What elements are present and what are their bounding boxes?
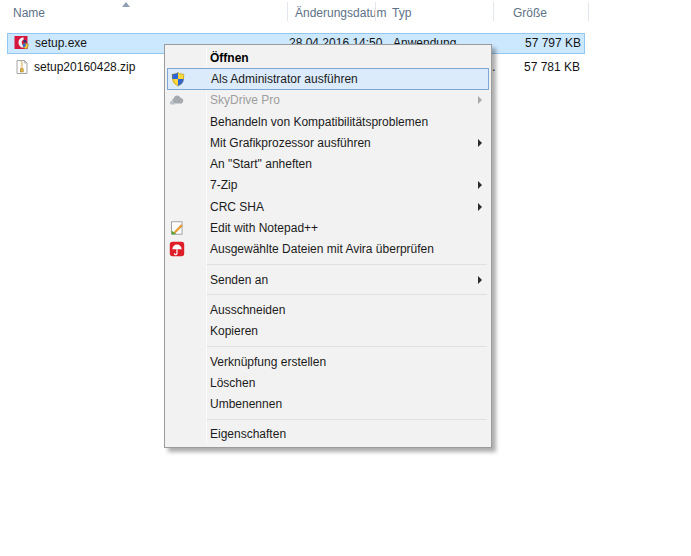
- menu-item-7-zip[interactable]: 7-Zip: [165, 175, 491, 196]
- menu-item-label: An "Start" anheften: [210, 157, 312, 171]
- menu-item-eigenschaften[interactable]: Eigenschaften: [165, 424, 491, 445]
- menu-item-label: Mit Grafikprozessor ausführen: [210, 136, 371, 150]
- menu-item-label: Edit with Notepad++: [210, 221, 318, 235]
- menu-item-an-start-anheften[interactable]: An "Start" anheften: [165, 153, 491, 174]
- menu-item-l-schen[interactable]: Löschen: [165, 372, 491, 393]
- file-name: setup20160428.zip: [34, 57, 135, 78]
- menu-item-label: Verknüpfung erstellen: [210, 355, 326, 369]
- menu-item-ausgew-hlte-dateien-mit-avira-berpr-fen[interactable]: Ausgewählte Dateien mit Avira überprüfen: [165, 239, 491, 260]
- submenu-arrow-icon: [478, 139, 482, 147]
- menu-item-label: Ausgewählte Dateien mit Avira überprüfen: [210, 242, 434, 256]
- menu-separator: [165, 342, 491, 351]
- file-size: 57 781 KB: [483, 57, 583, 78]
- menu-item-label: 7-Zip: [210, 178, 237, 192]
- menu-item-senden-an[interactable]: Senden an: [165, 269, 491, 290]
- menu-item-ausschneiden[interactable]: Ausschneiden: [165, 299, 491, 320]
- menu-item-kopieren[interactable]: Kopieren: [165, 321, 491, 342]
- submenu-arrow-icon: [478, 203, 482, 211]
- column-header-modified[interactable]: Änderungsdatum: [295, 6, 386, 20]
- menu-item-label: Umbenennen: [210, 397, 282, 411]
- header-divider[interactable]: [375, 2, 376, 21]
- menu-separator: [165, 260, 491, 269]
- notepadpp-icon: [169, 220, 185, 236]
- column-header-name[interactable]: Name: [13, 6, 45, 20]
- menu-separator: [165, 415, 491, 424]
- context-menu-items: ÖffnenAls Administrator ausführenSkyDriv…: [165, 47, 491, 445]
- uac-shield-icon: [170, 71, 186, 87]
- file-size: 57 797 KB: [484, 34, 584, 53]
- column-header-type[interactable]: Typ: [392, 6, 411, 20]
- menu-item-skydrive-pro[interactable]: SkyDrive Pro: [165, 90, 491, 111]
- header-divider[interactable]: [493, 2, 494, 21]
- cloud-icon: [169, 92, 185, 108]
- menu-item-edit-with-notepad[interactable]: Edit with Notepad++: [165, 217, 491, 238]
- menu-separator: [165, 290, 491, 299]
- menu-item-label: Ausschneiden: [210, 303, 285, 317]
- menu-item-label: Öffnen: [210, 51, 249, 65]
- menu-item-als-administrator-ausf-hren[interactable]: Als Administrator ausführen: [167, 68, 489, 89]
- submenu-arrow-icon: [478, 96, 482, 104]
- menu-item-verkn-pfung-erstellen[interactable]: Verknüpfung erstellen: [165, 351, 491, 372]
- file-name: setup.exe: [35, 34, 87, 53]
- menu-item-label: Kopieren: [210, 324, 258, 338]
- setup-exe-icon: [14, 35, 30, 51]
- explorer-file-pane: Name Änderungsdatum Typ Größe setup.exe …: [0, 0, 691, 556]
- avira-icon: [169, 241, 185, 257]
- menu-item-crc-sha[interactable]: CRC SHA: [165, 196, 491, 217]
- menu-item-ffnen[interactable]: Öffnen: [165, 47, 491, 68]
- menu-item-label: SkyDrive Pro: [210, 93, 280, 107]
- menu-item-umbenennen[interactable]: Umbenennen: [165, 393, 491, 414]
- sort-ascending-icon: [122, 2, 130, 7]
- submenu-arrow-icon: [478, 181, 482, 189]
- menu-item-label: Senden an: [210, 273, 268, 287]
- header-divider[interactable]: [588, 2, 589, 21]
- menu-item-label: Als Administrator ausführen: [211, 72, 358, 86]
- menu-item-mit-grafikprozessor-ausf-hren[interactable]: Mit Grafikprozessor ausführen: [165, 132, 491, 153]
- menu-item-label: Eigenschaften: [210, 427, 286, 441]
- menu-item-label: Behandeln von Kompatibilitätsproblemen: [210, 115, 428, 129]
- menu-item-label: CRC SHA: [210, 200, 264, 214]
- header-divider[interactable]: [287, 2, 288, 21]
- menu-item-behandeln-von-kompatibilit-tsproblemen[interactable]: Behandeln von Kompatibilitätsproblemen: [165, 111, 491, 132]
- zip-file-icon: [14, 59, 30, 75]
- menu-item-label: Löschen: [210, 376, 255, 390]
- context-menu: ÖffnenAls Administrator ausführenSkyDriv…: [164, 44, 492, 448]
- submenu-arrow-icon: [478, 276, 482, 284]
- column-header-size[interactable]: Größe: [513, 6, 547, 20]
